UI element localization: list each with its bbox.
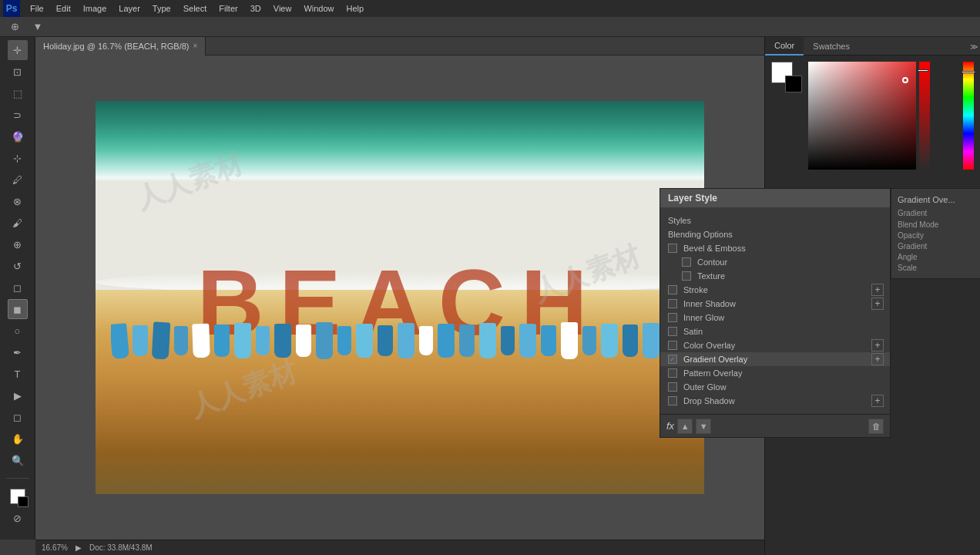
tab-close-button[interactable]: × [193, 42, 197, 50]
menu-bar: Ps File Edit Image Layer Type Select Fil… [0, 0, 980, 17]
menu-help[interactable]: Help [341, 2, 370, 15]
ls-item-texture[interactable]: Texture [660, 269, 890, 283]
tool-clone[interactable]: ⊕ [8, 234, 28, 254]
menu-window[interactable]: Window [298, 2, 339, 15]
menu-3d[interactable]: 3D [245, 2, 267, 15]
zoom-level: 16.67% [42, 543, 68, 552]
layer-style-title: Layer Style [660, 189, 890, 207]
ls-item-bevel[interactable]: Bevel & Emboss [660, 241, 890, 255]
ls-styles-section[interactable]: Styles [660, 214, 890, 227]
ls-plus-inner-shadow[interactable]: + [871, 298, 884, 310]
ls-label-pattern-overlay: Pattern Overlay [683, 368, 742, 378]
background-color[interactable] [785, 76, 802, 92]
ls-plus-color-overlay[interactable]: + [871, 339, 884, 352]
tab-filename: Holiday.jpg @ 16.7% (BEACH, RGB/8) [43, 42, 189, 51]
color-panel-content [765, 56, 980, 191]
tool-shape[interactable]: ◻ [8, 407, 28, 427]
ls-checkbox-contour[interactable] [682, 257, 691, 267]
status-arrow[interactable]: ▶ [76, 543, 82, 552]
opacity-label: Opacity [898, 231, 976, 240]
ls-checkbox-outer-glow[interactable] [668, 382, 677, 392]
canvas-area: Holiday.jpg @ 16.7% (BEACH, RGB/8) × BEA… [35, 37, 764, 540]
toolbar-options[interactable]: ▼ [28, 17, 48, 37]
menu-image[interactable]: Image [78, 2, 112, 15]
canvas-image[interactable]: BEACH [35, 56, 764, 540]
layer-style-down-btn[interactable]: ▼ [696, 419, 711, 434]
ls-checkbox-satin[interactable] [668, 327, 677, 336]
ls-item-stroke[interactable]: Stroke + [660, 283, 890, 297]
ls-label-bevel: Bevel & Emboss [683, 244, 746, 253]
ls-label-drop-shadow: Drop Shadow [683, 396, 735, 405]
ls-item-outer-glow[interactable]: Outer Glow [660, 380, 890, 394]
tool-pen[interactable]: ✒ [8, 342, 28, 362]
scale-label: Scale [898, 264, 976, 272]
hue-slider[interactable] [963, 62, 974, 170]
color-gradient-picker[interactable] [808, 62, 916, 170]
gradient-overlay-subtitle: Gradient [898, 209, 976, 217]
ls-checkbox-gradient-overlay[interactable]: ✓ [668, 355, 677, 364]
tool-lasso[interactable]: ⊃ [8, 105, 28, 125]
ls-checkbox-stroke[interactable] [668, 285, 677, 294]
ls-checkbox-inner-glow[interactable] [668, 313, 677, 322]
ls-plus-drop-shadow[interactable]: + [871, 395, 884, 407]
menu-type[interactable]: Type [147, 2, 176, 15]
document-tab[interactable]: Holiday.jpg @ 16.7% (BEACH, RGB/8) × [35, 37, 206, 56]
tool-hand[interactable]: ✋ [8, 429, 28, 449]
toolbar-move-tool[interactable]: ⊕ [5, 17, 25, 37]
tool-zoom[interactable]: 🔍 [8, 450, 28, 470]
tool-foreground-color[interactable] [8, 486, 28, 506]
ls-checkbox-pattern-overlay[interactable] [668, 368, 677, 378]
ls-item-pattern-overlay[interactable]: Pattern Overlay [660, 366, 890, 380]
angle-label: Angle [898, 253, 976, 261]
ls-plus-stroke[interactable]: + [871, 284, 884, 296]
ls-item-gradient-overlay[interactable]: ✓ Gradient Overlay + [660, 352, 890, 366]
menu-filter[interactable]: Filter [213, 2, 243, 15]
tool-crop[interactable]: ⊹ [8, 148, 28, 168]
tool-path-select[interactable]: ▶ [8, 385, 28, 405]
ls-item-satin[interactable]: Satin [660, 325, 890, 338]
fg-bg-color-selector[interactable] [771, 62, 802, 92]
opacity-slider[interactable] [919, 62, 930, 170]
tool-artboard[interactable]: ⊡ [8, 62, 28, 82]
ls-checkbox-color-overlay[interactable] [668, 341, 677, 350]
menu-select[interactable]: Select [178, 2, 213, 15]
tab-bar: Holiday.jpg @ 16.7% (BEACH, RGB/8) × [35, 37, 764, 56]
ls-plus-gradient-overlay[interactable]: + [871, 353, 884, 365]
layer-style-title-text: Layer Style [668, 193, 717, 204]
tool-eraser[interactable]: ◻ [8, 278, 28, 298]
tool-eyedropper[interactable]: 🖊 [8, 170, 28, 190]
tool-gradient[interactable]: ◼ [8, 299, 28, 319]
ls-item-inner-shadow[interactable]: Inner Shadow + [660, 297, 890, 311]
tool-quick-select[interactable]: 🔮 [8, 126, 28, 146]
tool-spot-heal[interactable]: ⊗ [8, 191, 28, 211]
color-panel-tabs: Color Swatches ≫ [765, 37, 980, 56]
menu-file[interactable]: File [25, 2, 49, 15]
layer-style-up-btn[interactable]: ▲ [677, 419, 693, 434]
ls-item-drop-shadow[interactable]: Drop Shadow + [660, 394, 890, 408]
ls-checkbox-texture[interactable] [682, 271, 691, 281]
lib-panel-collapse[interactable]: ≫ [968, 37, 980, 56]
tool-text[interactable]: T [8, 364, 28, 384]
menu-view[interactable]: View [268, 2, 297, 15]
ls-item-contour[interactable]: Contour [660, 255, 890, 269]
ls-checkbox-bevel[interactable] [668, 244, 677, 253]
tool-move[interactable]: ✛ [8, 40, 28, 60]
tool-dodge[interactable]: ○ [8, 321, 28, 341]
tool-brush[interactable]: 🖌 [8, 213, 28, 233]
color-picker-area [808, 62, 974, 185]
ls-checkbox-inner-shadow[interactable] [668, 299, 677, 308]
ls-label-satin: Satin [683, 327, 703, 336]
ls-blending-section[interactable]: Blending Options [660, 227, 890, 241]
layer-style-delete-btn[interactable]: 🗑 [868, 419, 884, 434]
tool-rectangle-select[interactable]: ⬚ [8, 83, 28, 103]
ls-item-color-overlay[interactable]: Color Overlay + [660, 338, 890, 352]
tool-quick-mask[interactable]: ⊘ [8, 508, 28, 528]
tab-swatches[interactable]: Swatches [804, 37, 859, 56]
menu-layer[interactable]: Layer [113, 2, 146, 15]
tool-history-brush[interactable]: ↺ [8, 256, 28, 276]
tab-color[interactable]: Color [765, 37, 804, 56]
ls-checkbox-drop-shadow[interactable] [668, 396, 677, 405]
ls-item-inner-glow[interactable]: Inner Glow [660, 311, 890, 325]
gradient-label: Gradient [898, 242, 976, 251]
menu-edit[interactable]: Edit [51, 2, 76, 15]
